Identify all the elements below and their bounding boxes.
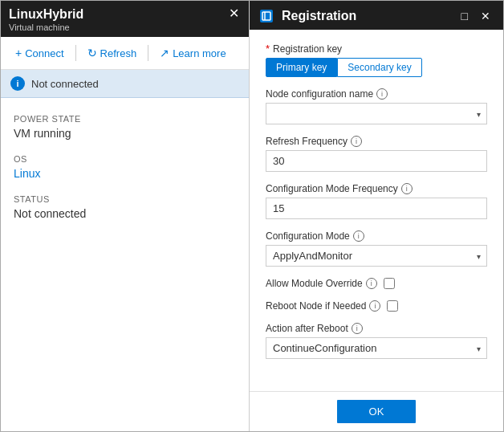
config-mode-select-wrapper: ApplyAndMonitor ApplyAndAutoCorrect Appl… bbox=[266, 245, 487, 267]
node-config-hint-icon: i bbox=[376, 88, 388, 100]
reboot-node-row: Reboot Node if Needed i bbox=[266, 300, 487, 312]
node-config-select[interactable] bbox=[266, 103, 487, 124]
action-after-reboot-select-wrapper: ContinueConfiguration StopConfiguration … bbox=[266, 337, 487, 359]
allow-module-checkbox[interactable] bbox=[384, 278, 395, 289]
learn-more-label: Learn more bbox=[173, 47, 226, 59]
registration-key-label: * Registration key bbox=[266, 43, 487, 55]
toolbar-divider-2 bbox=[148, 45, 148, 61]
node-config-field: Node configuration name i ▾ bbox=[266, 88, 487, 124]
os-label: OS bbox=[14, 154, 236, 164]
right-footer: OK bbox=[250, 391, 503, 431]
not-connected-text: Not connected bbox=[31, 78, 99, 90]
allow-module-label: Allow Module Override i bbox=[266, 278, 377, 289]
config-mode-freq-field: Configuration Mode Frequency i bbox=[266, 183, 487, 219]
not-connected-banner: i Not connected bbox=[1, 70, 249, 98]
reboot-node-label: Reboot Node if Needed i bbox=[266, 300, 380, 312]
toolbar-divider-1 bbox=[75, 45, 76, 61]
reboot-node-field: Reboot Node if Needed i bbox=[266, 300, 487, 312]
left-toolbar: + Connect ↻ Refresh ↗ Learn more bbox=[1, 37, 249, 70]
action-after-reboot-select[interactable]: ContinueConfiguration StopConfiguration bbox=[266, 337, 487, 359]
refresh-freq-input[interactable] bbox=[266, 150, 487, 172]
right-header-left: Registration bbox=[258, 7, 356, 25]
refresh-button[interactable]: ↻ Refresh bbox=[81, 43, 144, 63]
reboot-node-checkbox[interactable] bbox=[387, 300, 398, 312]
left-close-button[interactable]: ✕ bbox=[227, 7, 241, 20]
power-state-label: POWER STATE bbox=[14, 114, 236, 124]
allow-module-hint-icon: i bbox=[366, 278, 377, 289]
action-after-reboot-hint-icon: i bbox=[352, 323, 363, 334]
right-content: * Registration key Primary key Secondary… bbox=[250, 30, 503, 391]
config-mode-select[interactable]: ApplyAndMonitor ApplyAndAutoCorrect Appl… bbox=[266, 245, 487, 267]
config-mode-label: Configuration Mode i bbox=[266, 230, 487, 242]
connect-button[interactable]: + Connect bbox=[9, 43, 71, 63]
info-icon: i bbox=[10, 76, 25, 91]
learn-more-icon: ↗ bbox=[160, 47, 169, 59]
refresh-icon: ↻ bbox=[87, 47, 97, 59]
refresh-freq-field: Refresh Frequency i bbox=[266, 136, 487, 172]
refresh-freq-hint-icon: i bbox=[351, 136, 362, 147]
left-header-title: LinuxHybrid Virtual machine bbox=[9, 7, 83, 32]
primary-key-button[interactable]: Primary key bbox=[266, 58, 337, 77]
right-header-buttons: □ ✕ bbox=[457, 8, 495, 24]
status-label: STATUS bbox=[14, 194, 236, 204]
reboot-node-hint-icon: i bbox=[369, 300, 380, 312]
config-mode-freq-hint-icon: i bbox=[401, 183, 413, 194]
allow-module-row: Allow Module Override i bbox=[266, 278, 487, 289]
learn-more-button[interactable]: ↗ Learn more bbox=[153, 43, 232, 63]
right-panel: Registration □ ✕ * Registration key Prim… bbox=[250, 1, 503, 431]
refresh-label: Refresh bbox=[100, 47, 137, 59]
key-buttons: Primary key Secondary key bbox=[266, 58, 487, 77]
secondary-key-button[interactable]: Secondary key bbox=[337, 58, 421, 77]
registration-key-field: * Registration key Primary key Secondary… bbox=[266, 43, 487, 77]
allow-module-field: Allow Module Override i bbox=[266, 278, 487, 289]
node-config-label: Node configuration name i bbox=[266, 88, 487, 100]
left-content: POWER STATE VM running OS Linux STATUS N… bbox=[1, 98, 249, 236]
config-mode-freq-input[interactable] bbox=[266, 198, 487, 219]
action-after-reboot-label: Action after Reboot i bbox=[266, 323, 487, 334]
maximize-button[interactable]: □ bbox=[457, 8, 473, 24]
required-star: * bbox=[266, 43, 270, 55]
right-close-button[interactable]: ✕ bbox=[476, 8, 495, 24]
ok-button[interactable]: OK bbox=[337, 400, 417, 423]
vm-subtitle: Virtual machine bbox=[9, 22, 83, 32]
power-state-value: VM running bbox=[14, 127, 236, 140]
refresh-freq-label: Refresh Frequency i bbox=[266, 136, 487, 147]
config-mode-hint-icon: i bbox=[353, 230, 364, 242]
status-value: Not connected bbox=[14, 207, 236, 220]
registration-icon bbox=[258, 7, 275, 25]
os-value[interactable]: Linux bbox=[14, 167, 236, 180]
vm-title: LinuxHybrid bbox=[9, 7, 83, 22]
status-section: STATUS Not connected bbox=[14, 194, 236, 220]
left-header: LinuxHybrid Virtual machine ✕ bbox=[1, 1, 249, 37]
os-section: OS Linux bbox=[14, 154, 236, 180]
node-config-select-wrapper: ▾ bbox=[266, 103, 487, 124]
right-header: Registration □ ✕ bbox=[250, 1, 503, 30]
config-mode-freq-label: Configuration Mode Frequency i bbox=[266, 183, 487, 194]
config-mode-field: Configuration Mode i ApplyAndMonitor App… bbox=[266, 230, 487, 267]
registration-title: Registration bbox=[282, 9, 356, 23]
left-panel: LinuxHybrid Virtual machine ✕ + Connect … bbox=[1, 1, 250, 431]
action-after-reboot-field: Action after Reboot i ContinueConfigurat… bbox=[266, 323, 487, 359]
connect-label: Connect bbox=[25, 47, 63, 59]
power-state-section: POWER STATE VM running bbox=[14, 114, 236, 140]
connect-icon: + bbox=[15, 47, 22, 59]
